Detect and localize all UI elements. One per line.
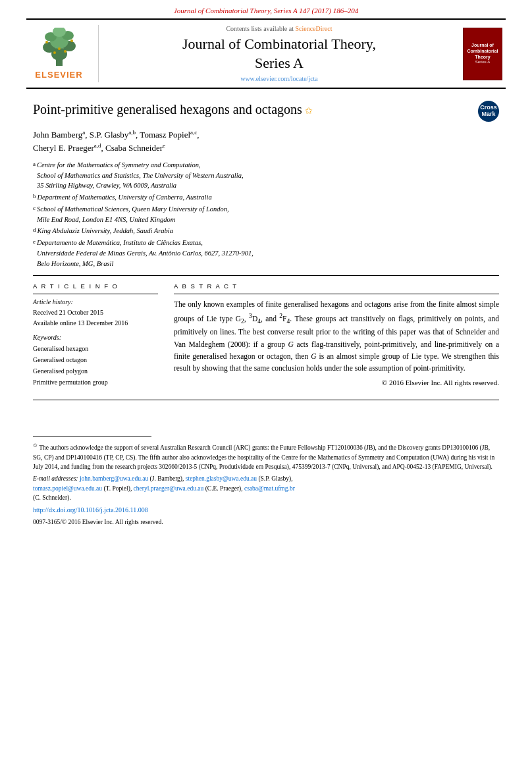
article-title-row: Point-primitive generalised hexagons and… — [33, 101, 499, 122]
abstract-divider — [174, 294, 499, 294]
email-schneider[interactable]: csaba@mat.ufmg.br — [244, 485, 295, 492]
crossmark-badge: CrossMark — [478, 101, 499, 122]
elsevier-brand-name: ELSEVIER — [35, 70, 82, 80]
star-footnote-marker: ✩ — [305, 106, 313, 116]
affil-b: b Department of Mathematics, University … — [33, 192, 499, 203]
article-history-label: Article history: — [33, 298, 158, 305]
svg-point-11 — [64, 50, 66, 53]
cover-box: Journal ofCombinatorialTheory Series A — [463, 28, 502, 80]
crossmark-icon: CrossMark — [478, 101, 499, 122]
then-word: then — [295, 352, 308, 360]
email-label: E-mail addresses: — [33, 475, 78, 482]
received-date: Received 21 October 2015 — [33, 307, 158, 318]
abstract-header: A B S T R A C T — [174, 282, 499, 290]
svg-point-12 — [58, 47, 61, 50]
affil-a: a Centre for the Mathematics of Symmetry… — [33, 160, 499, 191]
two-col-section: A R T I C L E I N F O Article history: R… — [33, 282, 499, 388]
journal-citation-text: Journal of Combinatorial Theory, Series … — [174, 7, 358, 14]
keyword-2: Generalised octagon — [33, 354, 158, 365]
doi-line: http://dx.doi.org/10.1016/j.jcta.2016.11… — [33, 505, 499, 515]
elsevier-logo: ELSEVIER — [26, 25, 99, 82]
email-addresses: E-mail addresses: john.bamberg@uwa.edu.a… — [33, 474, 499, 502]
article-title: Point-primitive generalised hexagons and… — [33, 102, 302, 117]
email-popiel[interactable]: tomasz.popiel@uwa.edu.au — [33, 485, 102, 492]
journal-cover-thumbnail: Journal ofCombinatorialTheory Series A — [460, 25, 506, 82]
sciencedirect-link[interactable]: ScienceDirect — [295, 25, 332, 32]
author-sup-ad: a,d — [94, 142, 101, 149]
affil-e: e Departamento de Matemática, Instituto … — [33, 238, 499, 269]
affil-d: d King Abdulaziz University, Jeddah, Sau… — [33, 226, 499, 236]
page: Journal of Combinatorial Theory, Series … — [0, 0, 532, 765]
author-sup-ab: a,b — [128, 129, 136, 136]
svg-point-8 — [45, 41, 48, 43]
author-sup-e: e — [163, 142, 165, 149]
authors-line: John Bamberga, S.P. Glasbya,b, Tomasz Po… — [33, 128, 499, 155]
journal-title-header: Journal of Combinatorial Theory, Series … — [182, 35, 376, 72]
article-info-header: A R T I C L E I N F O — [33, 282, 158, 290]
abstract-text: The only known examples of finite genera… — [174, 298, 499, 374]
email-glasby[interactable]: stephen.glasby@uwa.edu.au — [186, 475, 257, 482]
article-info-divider — [33, 294, 158, 294]
cover-series: Series A — [467, 60, 498, 65]
journal-url[interactable]: www.elsevier.com/locate/jcta — [240, 75, 318, 82]
article-info-column: A R T I C L E I N F O Article history: R… — [33, 282, 158, 388]
svg-point-10 — [53, 51, 56, 54]
keyword-3: Generalised polygon — [33, 365, 158, 377]
affiliations: a Centre for the Mathematics of Symmetry… — [33, 160, 499, 269]
keyword-4: Primitive permutation group — [33, 377, 158, 388]
article-content: Point-primitive generalised hexagons and… — [0, 89, 532, 420]
email-praeger[interactable]: cheryl.praeger@uwa.edu.au — [134, 485, 204, 492]
doi-link[interactable]: http://dx.doi.org/10.1016/j.jcta.2016.11… — [33, 506, 148, 514]
keyword-1: Generalised hexagon — [33, 343, 158, 354]
section-divider-bottom — [33, 400, 499, 400]
journal-center-info: Contents lists available at ScienceDirec… — [105, 25, 453, 82]
cover-journal-name: Journal ofCombinatorialTheory — [467, 42, 498, 60]
affil-c: c School of Mathematical Sciences, Queen… — [33, 204, 499, 225]
abstract-copyright: © 2016 Elsevier Inc. All rights reserved… — [174, 379, 499, 386]
issn-line: 0097-3165/© 2016 Elsevier Inc. All right… — [33, 517, 499, 527]
abstract-column: A B S T R A C T The only known examples … — [174, 282, 499, 388]
svg-point-9 — [70, 40, 73, 42]
email-bamberg[interactable]: john.bamberg@uwa.edu.au — [80, 475, 148, 482]
author-sup-ac: a,c — [190, 129, 197, 136]
elsevier-tree-icon — [36, 28, 82, 67]
section-divider-top — [33, 275, 499, 276]
available-date: Available online 13 December 2016 — [33, 318, 158, 329]
footnote-section: ✩ The authors acknowledge the support of… — [0, 442, 532, 527]
journal-header: ELSEVIER Contents lists available at Sci… — [26, 18, 506, 89]
footnote-divider — [33, 436, 151, 436]
top-journal-citation: Journal of Combinatorial Theory, Series … — [0, 0, 532, 18]
keywords-label: Keywords: — [33, 334, 158, 341]
contents-available-line: Contents lists available at ScienceDirec… — [226, 25, 332, 32]
star-footnote: ✩ The authors acknowledge the support of… — [33, 442, 499, 471]
author-sup-a: a — [82, 129, 85, 136]
